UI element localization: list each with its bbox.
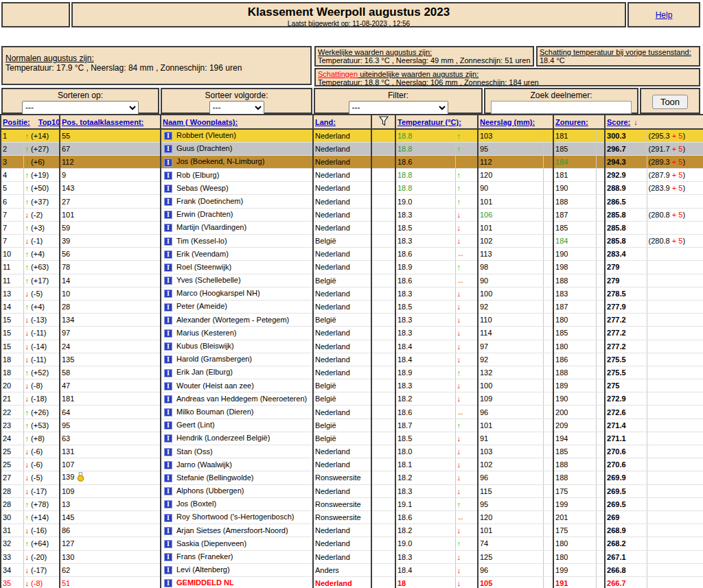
sort-select[interactable]: ---	[22, 101, 139, 115]
sort-pos-totaal-link[interactable]: Pos. totaalklassement:	[62, 118, 143, 126]
info-icon[interactable]: I	[164, 277, 172, 285]
movement-down-icon: ↓	[25, 381, 30, 390]
sort-naam-link[interactable]: Naam ( Woonplaats):	[163, 118, 238, 126]
cell-pos-totaal: 39	[60, 235, 161, 248]
show-button[interactable]: Toon	[652, 95, 688, 109]
cell-spacer-2	[596, 379, 605, 392]
movement-down-icon: ↓	[25, 329, 30, 337]
info-icon[interactable]: I	[164, 395, 172, 403]
cell-pos-totaal: 127	[60, 537, 161, 550]
sort-land-link[interactable]: Land:	[315, 118, 336, 126]
info-icon[interactable]: I	[164, 158, 172, 167]
movement-up-icon: ↑	[25, 250, 30, 258]
movement-up-icon: ↑	[25, 198, 30, 206]
cell-pos-totaal: 78	[60, 261, 161, 274]
cell-top10-movement: ↑ (+17)	[23, 274, 60, 287]
info-icon[interactable]: I	[164, 514, 172, 522]
cell-spacer-1	[543, 524, 553, 537]
sort-neerslag-link[interactable]: Neerslag (mm):	[480, 118, 535, 126]
cell-zonuren: 181	[553, 169, 596, 182]
info-icon[interactable]: I	[164, 461, 172, 469]
movement-up-icon: ↑	[25, 171, 30, 179]
info-icon[interactable]: I	[164, 553, 172, 561]
info-icon[interactable]: I	[164, 487, 172, 495]
cell-top10-movement: ↓ (-14)	[23, 340, 60, 353]
info-icon[interactable]: I	[164, 132, 172, 140]
cell-pos-totaal: 181	[60, 392, 161, 405]
cell-spacer-1	[543, 353, 553, 366]
info-icon[interactable]: I	[164, 303, 172, 311]
info-icon[interactable]: I	[164, 224, 172, 232]
search-input[interactable]	[491, 101, 632, 114]
cell-filter-spacer	[371, 208, 395, 221]
cell-pos-totaal: 143	[60, 182, 161, 195]
info-icon[interactable]: I	[164, 263, 172, 272]
info-icon[interactable]: I	[164, 500, 172, 508]
cell-pos-totaal: 135	[60, 353, 161, 366]
filter-funnel-icon[interactable]	[379, 119, 389, 128]
sort-top10-link[interactable]: Top10	[38, 118, 60, 126]
info-icon[interactable]: I	[164, 329, 172, 338]
cell-pos-totaal: 14	[60, 274, 161, 287]
cell-land: België	[313, 432, 371, 445]
info-icon[interactable]: I	[164, 579, 172, 587]
cell-positie: 7	[1, 235, 23, 248]
info-icon[interactable]: I	[164, 448, 172, 456]
info-icon[interactable]: I	[164, 316, 172, 325]
cell-positie: 28	[1, 497, 23, 510]
cell-score-detail	[647, 471, 703, 484]
sort-box: Sorteren op: ---	[1, 88, 159, 114]
cell-pos-totaal: 27	[60, 195, 161, 208]
info-icon[interactable]: I	[164, 145, 172, 153]
participant-name: Roel (Steenwijk)	[176, 263, 231, 271]
info-icon[interactable]: I	[164, 342, 172, 351]
cell-land: Nederland	[313, 445, 371, 458]
filter-select[interactable]: ---	[349, 101, 448, 115]
info-icon[interactable]: I	[164, 237, 172, 246]
trend-down-icon: ↓	[457, 447, 461, 456]
table-row: 10↑ (+4)56IErik (Veendam)Nederland18.6↔1…	[1, 248, 703, 261]
info-icon[interactable]: I	[164, 382, 172, 390]
cell-filter-spacer	[371, 327, 395, 340]
estimates-link[interactable]: Schattingen	[318, 70, 358, 78]
info-icon[interactable]: I	[164, 185, 172, 193]
cell-naam: IErwin (Drachten)	[161, 208, 313, 221]
bonus-points: + 5	[672, 237, 683, 245]
info-icon[interactable]: I	[164, 421, 172, 430]
sort-zonuren-link[interactable]: Zonuren:	[555, 118, 588, 126]
cell-temp-trend: ↑	[455, 142, 478, 155]
info-icon[interactable]: I	[164, 527, 172, 535]
sort-score-link[interactable]: Score:	[607, 118, 630, 126]
info-icon[interactable]: I	[164, 355, 172, 364]
cell-zonuren: 190	[553, 392, 596, 405]
info-icon[interactable]: I	[164, 434, 172, 443]
help-link[interactable]: Help	[656, 10, 673, 20]
info-icon[interactable]: I	[164, 474, 172, 482]
info-icon[interactable]: I	[164, 566, 172, 574]
cell-naam: IGEMIDDELD NL	[161, 576, 313, 588]
order-select[interactable]: ---	[209, 101, 264, 115]
info-icon[interactable]: I	[164, 250, 172, 259]
info-icon[interactable]: I	[164, 540, 172, 548]
cell-temp-trend: ↓	[455, 471, 478, 484]
cell-score: 277.2	[605, 327, 647, 340]
trend-up-icon: ↑	[457, 263, 461, 271]
cell-filter-spacer	[371, 248, 395, 261]
help-box: Help	[627, 2, 700, 27]
info-icon[interactable]: I	[164, 172, 172, 180]
cell-score-detail	[647, 445, 703, 458]
cell-zonuren: 186	[553, 353, 596, 366]
cell-positie: 15	[1, 314, 23, 327]
cell-score-detail	[647, 537, 703, 550]
cell-top10-movement: ↓ (-8)	[23, 379, 60, 392]
info-icon[interactable]: I	[164, 198, 172, 206]
cell-temperatuur: 18.3	[395, 235, 455, 248]
cell-pos-totaal: 134	[60, 314, 161, 327]
cell-positie: 7	[1, 208, 23, 221]
sort-temperatuur-link[interactable]: Temperatuur (°C):	[397, 118, 461, 126]
info-icon[interactable]: I	[164, 369, 172, 377]
sort-positie-link[interactable]: Positie:	[3, 118, 30, 126]
info-icon[interactable]: I	[164, 211, 172, 219]
info-icon[interactable]: I	[164, 290, 172, 298]
info-icon[interactable]: I	[164, 408, 172, 416]
